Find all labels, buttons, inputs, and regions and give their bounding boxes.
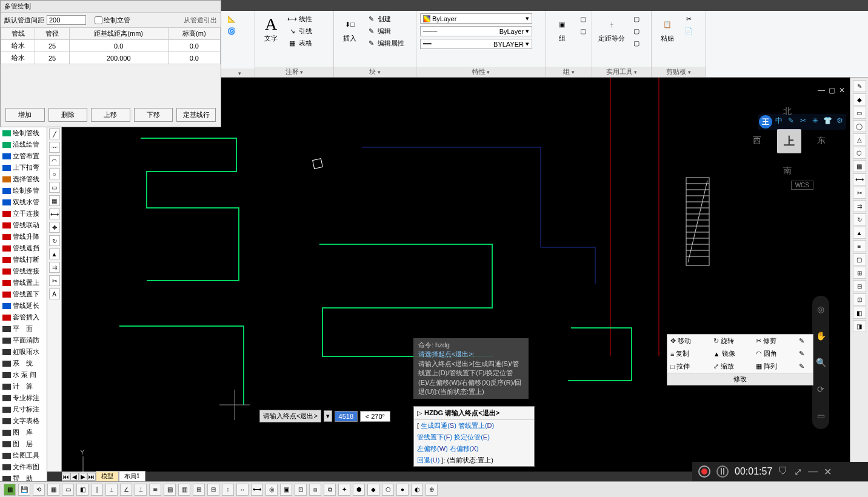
leftbar-cmd[interactable]: 管线升降	[0, 231, 47, 242]
leftbar-cmd[interactable]: 立干连接	[0, 208, 47, 219]
qt-lang-icon[interactable]: 中	[773, 115, 784, 126]
leftbar-cmd[interactable]: 沿线绘管	[0, 139, 47, 150]
dim-icon[interactable]: ⟷	[49, 208, 60, 219]
modify-cell[interactable]: □拉伸	[667, 360, 710, 373]
status-icon[interactable]: ⬢	[353, 484, 365, 496]
group-edit-icon[interactable]: ▢	[576, 25, 590, 36]
modify-cell[interactable]: ✥移动	[667, 335, 710, 347]
rt-icon[interactable]: ▲	[853, 227, 866, 239]
th-elev[interactable]: 标高(m)	[168, 28, 220, 40]
minimize-icon[interactable]: —	[818, 86, 825, 95]
move-icon[interactable]: ✥	[49, 222, 60, 233]
util-label[interactable]: 实用工具	[592, 67, 651, 77]
util-icon3[interactable]: ▢	[630, 38, 643, 48]
close-icon[interactable]: ✕	[839, 86, 845, 95]
block-label[interactable]: 块	[334, 67, 416, 77]
dyn-dropdown-icon[interactable]: ▾	[324, 410, 332, 422]
drawing-canvas[interactable]: — ▢ ✕ 北 西 东 南 上 WCS 王 中 ✎ ✂ ✳ 👕 ⚙ ◎ ✋ 🔍 …	[62, 78, 850, 472]
wheel-icon[interactable]: ◎	[814, 302, 827, 316]
qt-shirt-icon[interactable]: 👕	[822, 115, 833, 126]
from-pipe-label[interactable]: 从管道引出	[184, 16, 217, 25]
status-icon[interactable]: ◐	[411, 484, 423, 496]
hatch-icon[interactable]: ▦	[49, 195, 60, 206]
qt-star-icon[interactable]: ✳	[810, 115, 821, 126]
qt-pencil-icon[interactable]: ✎	[786, 115, 796, 126]
status-icon[interactable]: ▦	[47, 484, 59, 496]
pline-icon[interactable]: 〰	[49, 142, 60, 153]
status-icon[interactable]: ⟷	[251, 484, 263, 496]
leftbar-cmd[interactable]: 管线打断	[0, 254, 47, 265]
opt-u[interactable]: 回退(U)	[417, 456, 439, 464]
rt-icon[interactable]: △	[853, 133, 866, 145]
opt-w[interactable]: 左偏移(W)	[417, 445, 448, 452]
record-button[interactable]	[698, 465, 710, 478]
leader-button[interactable]: ↘引线	[285, 25, 314, 36]
rt-icon[interactable]: ▭	[853, 107, 866, 119]
status-icon[interactable]: ◆	[367, 484, 379, 496]
tab-prev-icon[interactable]: ◀	[70, 473, 79, 481]
status-icon[interactable]: ↔	[236, 484, 249, 496]
status-icon[interactable]: ▥	[178, 484, 190, 496]
circle-icon[interactable]: ○	[49, 168, 60, 179]
leftbar-cmd[interactable]: 平面消防	[0, 335, 47, 346]
leftbar-cmd[interactable]: 立管布置	[0, 150, 47, 162]
status-icon[interactable]: ⊡	[295, 484, 307, 496]
opt-e[interactable]: 换定位管(E)	[454, 433, 490, 441]
leftbar-cmd[interactable]: 双线水管	[0, 196, 47, 208]
table-row[interactable]: 给水250.00.0	[1, 40, 221, 52]
offset-icon[interactable]: ⇉	[49, 262, 60, 273]
wcs-badge[interactable]: WCS	[791, 181, 813, 190]
zoom-icon[interactable]: 🔍	[814, 356, 827, 369]
status-icon[interactable]: ⟂	[105, 484, 118, 496]
status-icon[interactable]: ↕	[222, 484, 234, 496]
leftbar-cmd[interactable]: 绘制管线	[0, 127, 47, 139]
status-icon[interactable]: ◧	[76, 484, 88, 496]
status-icon[interactable]: ▦	[4, 484, 16, 496]
shield-icon[interactable]: ⛉	[778, 466, 788, 477]
dyn-distance-input[interactable]: 4518	[335, 411, 358, 422]
up-button[interactable]: 上移	[91, 108, 130, 122]
rt-icon[interactable]: ✎	[853, 80, 866, 92]
text-button[interactable]: A 文字	[259, 13, 283, 44]
leftbar-cmd[interactable]: 绘制多管	[0, 185, 47, 196]
showall-icon[interactable]: ▭	[814, 409, 827, 422]
viewcube-west[interactable]: 西	[753, 135, 761, 146]
rect-icon[interactable]: ▭	[49, 182, 60, 193]
create-block-button[interactable]: ✎创建	[364, 13, 406, 24]
th-line[interactable]: 管线	[1, 28, 35, 40]
viewcube-top[interactable]: 上	[777, 129, 801, 153]
th-dist[interactable]: 距基线距离(mm)	[69, 28, 168, 40]
rt-icon[interactable]: ⊡	[853, 293, 866, 305]
rt-icon[interactable]: ◯	[853, 120, 866, 132]
viewcube-south[interactable]: 南	[783, 165, 792, 176]
spacing-input[interactable]	[47, 15, 86, 25]
leftbar-cmd[interactable]: 虹吸雨水	[0, 346, 47, 358]
status-icon[interactable]: ▭	[62, 484, 74, 496]
leftbar-cmd[interactable]: 文件布图	[0, 461, 47, 473]
rise-checkbox[interactable]: 绘制立管	[95, 16, 130, 25]
measure-icon[interactable]: 📐	[225, 13, 238, 24]
paste-button[interactable]: 📋 粘贴	[655, 13, 679, 44]
pause-button[interactable]: ⏸	[716, 465, 729, 478]
dyn-angle-input[interactable]: < 270°	[360, 411, 390, 422]
table-row[interactable]: 给水25200.0000.0	[1, 52, 221, 64]
cut-icon[interactable]: ✂	[682, 13, 695, 24]
close-icon[interactable]: ✕	[824, 466, 832, 478]
modify-cell[interactable]: ▦阵列	[753, 360, 796, 373]
modify-title[interactable]: 修改	[667, 373, 813, 385]
group-label[interactable]	[221, 68, 255, 77]
maximize-icon[interactable]: ▢	[829, 86, 835, 95]
add-button[interactable]: 增加	[5, 108, 45, 122]
down-button[interactable]: 下移	[134, 108, 173, 122]
pan-icon[interactable]: ✋	[814, 329, 827, 342]
leftbar-cmd[interactable]: 平 面	[0, 323, 47, 335]
orbit-icon[interactable]: ⟳	[814, 382, 827, 396]
status-icon[interactable]: 💾	[18, 484, 30, 496]
table-button[interactable]: ▦表格	[285, 38, 314, 48]
status-icon[interactable]: ▣	[280, 484, 292, 496]
tab-first-icon[interactable]: ⏮	[62, 473, 70, 481]
rt-icon[interactable]: ▦	[853, 160, 866, 172]
modify-extra-icon[interactable]: ✎	[796, 335, 813, 347]
status-icon[interactable]: |	[91, 484, 103, 496]
modify-cell[interactable]: ✂修剪	[753, 335, 796, 347]
